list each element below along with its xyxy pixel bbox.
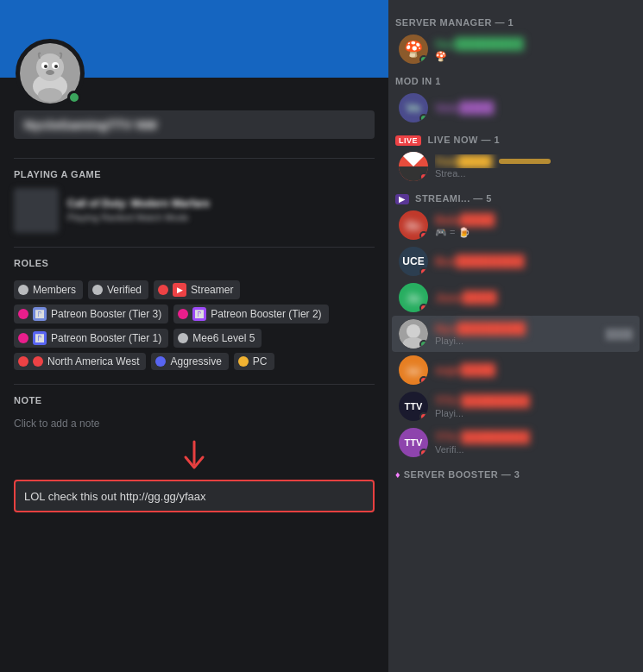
role-label: Streamer bbox=[191, 284, 233, 296]
member-info: fran████ Strea... bbox=[435, 154, 633, 179]
role-label: Patreon Booster (Tier 2) bbox=[211, 308, 321, 320]
svg-point-6 bbox=[54, 65, 58, 68]
note-input-box[interactable]: LOL check this out http://gg.gg/yfaax bbox=[14, 480, 375, 512]
role-label: PC bbox=[253, 355, 268, 367]
role-label: Patreon Booster (Tier 3) bbox=[51, 308, 161, 320]
game-info: Call of Duty: Modern Warfare Playing Ran… bbox=[67, 198, 375, 223]
streaming-badge: ▶ bbox=[395, 194, 409, 204]
member-fran[interactable]: fran████ Strea... bbox=[392, 148, 640, 185]
svg-point-2 bbox=[36, 53, 64, 81]
note-label: NOTE bbox=[0, 392, 388, 411]
role-verified: Verified bbox=[88, 280, 148, 299]
role-label: Aggressive bbox=[170, 355, 221, 367]
member-ttv1[interactable]: TTV TTV ████████ Playi... bbox=[392, 388, 640, 424]
game-detail: Playing Ranked Match Mode bbox=[67, 211, 375, 223]
roles-grid: Members Verified ▶ Streamer 🅿 Patreon Bo… bbox=[14, 280, 375, 370]
member-juss[interactable]: Ju Juss████ bbox=[392, 279, 640, 316]
role-dot bbox=[178, 333, 188, 343]
role-patreon-tier2: 🅿 Patreon Booster (Tier 2) bbox=[173, 305, 328, 323]
member-avatar bbox=[399, 319, 428, 349]
sidebar-panel: SERVER MANAGER — 1 🍄 Nar████████ 🍄 MOD I… bbox=[388, 0, 643, 672]
role-label: Patreon Booster (Tier 1) bbox=[51, 332, 161, 344]
member-avatar: UCE bbox=[399, 247, 428, 276]
role-dot bbox=[155, 356, 166, 367]
member-supr[interactable]: su supr████ bbox=[392, 352, 640, 388]
member-name: Bala████ bbox=[435, 213, 633, 227]
member-nyc[interactable]: Nyc████████ Playi... ████ bbox=[392, 316, 640, 352]
member-info: TTV ████████ Verifi... bbox=[435, 430, 633, 455]
member-info: Voic████ bbox=[435, 101, 633, 115]
role-dot-2 bbox=[33, 356, 43, 367]
member-voic[interactable]: Vo Voic████ bbox=[392, 90, 640, 126]
username: NycloGamingTTV NW bbox=[24, 117, 364, 132]
member-avatar bbox=[399, 152, 428, 181]
member-name: Nar████████ bbox=[435, 37, 633, 51]
role-icon: 🅿 bbox=[192, 307, 206, 321]
svg-point-7 bbox=[46, 70, 54, 75]
member-name: TTV ████████ bbox=[435, 430, 633, 444]
member-name: Juss████ bbox=[435, 291, 633, 305]
svg-point-8 bbox=[38, 88, 62, 102]
mod-in-header: MOD IN 1 bbox=[388, 67, 643, 90]
role-icon: ▶ bbox=[173, 283, 186, 297]
role-mee6: Mee6 Level 5 bbox=[173, 329, 262, 348]
role-icon: 🅿 bbox=[33, 331, 47, 345]
role-label: Mee6 Level 5 bbox=[192, 332, 255, 344]
role-dot bbox=[92, 285, 103, 295]
member-name: supr████ bbox=[435, 363, 633, 377]
username-bar: NycloGamingTTV NW bbox=[14, 110, 375, 139]
note-section[interactable]: Click to add a note bbox=[0, 411, 388, 438]
member-avatar: TTV bbox=[399, 428, 428, 457]
role-members: Members bbox=[14, 280, 83, 299]
note-placeholder[interactable]: Click to add a note bbox=[14, 414, 375, 433]
divider-2 bbox=[14, 247, 375, 248]
member-status: Strea... bbox=[435, 168, 633, 179]
note-input-text: LOL check this out http://gg.gg/yfaax bbox=[24, 490, 206, 503]
streaming-header: ▶ STREAMI... — 5 bbox=[388, 185, 643, 207]
roles-section: Members Verified ▶ Streamer 🅿 Patreon Bo… bbox=[0, 273, 388, 377]
role-dot bbox=[18, 356, 28, 367]
member-nar[interactable]: 🍄 Nar████████ 🍄 bbox=[392, 31, 640, 67]
member-status: 🎮 = 🍺 bbox=[435, 227, 633, 238]
member-avatar: 🍄 bbox=[399, 35, 428, 64]
role-patreon-tier3: 🅿 Patreon Booster (Tier 3) bbox=[14, 305, 168, 323]
game-name: Call of Duty: Modern Warfare bbox=[67, 198, 375, 211]
member-avatar: Vo bbox=[399, 93, 428, 122]
member-bur[interactable]: UCE Bur████████ bbox=[392, 243, 640, 279]
member-avatar: su bbox=[399, 355, 428, 385]
role-dot bbox=[18, 309, 28, 319]
member-info: TTV ████████ Playi... bbox=[435, 394, 633, 418]
divider-1 bbox=[14, 158, 375, 159]
member-avatar: Ju bbox=[399, 283, 428, 312]
avatar-wrapper bbox=[16, 39, 85, 108]
member-info: Bala████ 🎮 = 🍺 bbox=[435, 213, 633, 238]
member-avatar: TTV bbox=[399, 392, 428, 421]
playing-label: PLAYING A GAME bbox=[0, 166, 388, 185]
svg-point-5 bbox=[44, 65, 47, 68]
member-avatar: Ba bbox=[399, 210, 428, 240]
member-name: Bur████████ bbox=[435, 254, 633, 268]
svg-point-11 bbox=[407, 324, 420, 338]
member-name: TTV ████████ bbox=[435, 394, 633, 408]
profile-info: NycloGamingTTV NW bbox=[0, 110, 388, 151]
member-name: Voic████ bbox=[435, 101, 633, 115]
member-bala[interactable]: Ba Bala████ 🎮 = 🍺 bbox=[392, 207, 640, 243]
role-dot bbox=[158, 285, 168, 295]
role-label: Members bbox=[33, 284, 76, 296]
role-pc: PC bbox=[234, 353, 274, 370]
member-info: Bur████████ bbox=[435, 254, 633, 268]
member-name: Nyc████████ bbox=[435, 322, 606, 336]
online-status-dot bbox=[67, 91, 81, 104]
role-icon: 🅿 bbox=[33, 307, 47, 321]
member-ttv2[interactable]: TTV TTV ████████ Verifi... bbox=[392, 424, 640, 461]
member-status: Verifi... bbox=[435, 444, 633, 455]
role-na-west: North America West bbox=[14, 353, 146, 370]
role-dot bbox=[178, 309, 188, 319]
arrow-indicator bbox=[0, 438, 388, 476]
role-dot bbox=[238, 356, 249, 367]
member-info: supr████ bbox=[435, 363, 633, 377]
member-info: Juss████ bbox=[435, 291, 633, 305]
role-aggressive: Aggressive bbox=[151, 353, 228, 370]
server-booster-header: ♦ SERVER BOOSTER — 3 bbox=[388, 461, 643, 483]
live-badge: LIVE bbox=[395, 135, 421, 146]
